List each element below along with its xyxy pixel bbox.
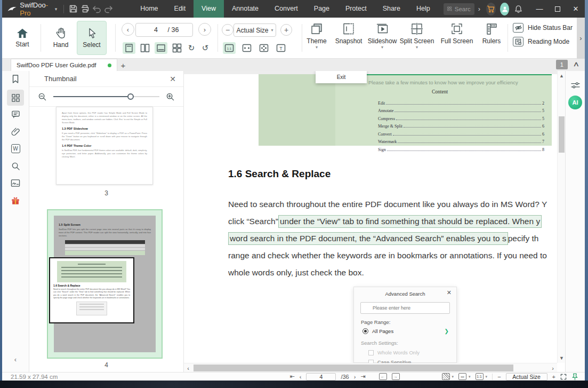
ribbon-expand-button[interactable]: › [577,18,585,59]
promotions-button[interactable] [7,193,24,209]
menu-view[interactable]: View [194,0,224,18]
previous-page-button[interactable]: ‹ [300,374,302,380]
toc-row: Convert6 [378,129,544,137]
zoom-out-magnifier-icon[interactable] [38,92,47,101]
close-panel-button[interactable]: ✕ [170,75,176,83]
slideshow-button[interactable]: Slideshow ▾ [365,22,399,55]
thumbnail-page-3[interactable]: Apart from these options, this PDF reade… [56,107,153,185]
start-button[interactable]: Start [7,21,37,55]
theme-button[interactable]: Theme ▾ [300,22,334,55]
collapse-panel-button[interactable]: ‹ [7,351,24,367]
scroll-down-icon[interactable]: ▼ [558,354,565,362]
signature-panel-button[interactable] [7,175,24,191]
first-page-button[interactable]: ⇤ [290,373,295,380]
close-button[interactable]: ✕ [567,0,585,18]
document-tab[interactable]: SwifDoo PDF User Guide.pdf [11,59,117,71]
fit-text-button[interactable]: T [275,42,287,54]
actual-size-button[interactable]: 1:1 [223,42,236,54]
vertical-scrollbar[interactable]: ▲ ▼ [557,71,565,363]
horizontal-scrollbar[interactable]: ‹ › [184,363,557,372]
reading-mode-button[interactable]: Reading Mode [513,37,573,46]
menu-protect[interactable]: Protect [337,0,375,18]
thumbnail-page-4-selected[interactable]: 1.5 Split Screen SwifDoo PDF lets you sp… [47,209,163,359]
hand-tool-button[interactable]: Hand [46,21,76,55]
brand-dropdown-icon[interactable]: ▾ [55,6,58,12]
bookmarks-panel-button[interactable] [7,71,24,87]
zoom-in-button[interactable]: + [280,24,292,36]
search-expand-chevron-icon[interactable]: › [474,5,484,13]
vertical-scroll-thumb[interactable] [559,116,565,153]
scroll-left-icon[interactable]: ‹ [184,363,192,372]
previous-page-button[interactable]: ‹ [122,23,134,36]
fit-page-button[interactable] [257,42,270,54]
menu-help[interactable]: Help [408,0,438,18]
print-button[interactable] [79,2,91,16]
full-screen-button[interactable]: Full Screen [440,22,474,55]
store-button[interactable] [486,3,496,15]
two-page-view-button[interactable] [139,42,151,54]
new-tab-button[interactable]: + [117,59,129,71]
redo-button[interactable] [102,2,114,16]
menu-annotate[interactable]: Annotate [224,0,267,18]
zoom-level-dropdown[interactable]: Actual Size ▾ [233,23,276,37]
rotate-counterclockwise-button[interactable]: ↺ [199,42,212,54]
fit-width-button[interactable] [240,42,253,54]
next-page-button[interactable]: › [198,23,211,36]
statusbar-page-input[interactable] [310,374,332,380]
fullscreen-toggle-button[interactable] [560,374,567,380]
zoom-in-button[interactable]: + [552,374,555,380]
app-logo-area[interactable]: SwifDoo-Pro ▾ [2,1,60,17]
menu-convert[interactable]: Convert [267,0,306,18]
next-page-button[interactable]: › [354,374,356,380]
toc-row: Edit2 [378,98,544,106]
scroll-up-icon[interactable]: ▲ [558,72,565,80]
scroll-right-icon[interactable]: › [549,363,557,372]
ai-assistant-button[interactable]: AI [568,96,582,109]
watermark-panel-button[interactable]: W [7,140,24,156]
properties-panel-button[interactable] [567,77,584,93]
background-style-button[interactable] [442,373,450,380]
snapshot-button[interactable]: Snapshot [332,22,366,55]
thumbnail-panel-button[interactable] [7,90,24,106]
menu-edit[interactable]: Edit [166,0,194,18]
zoom-out-button[interactable]: − [222,24,233,36]
page-display-button[interactable]: ▭ [458,373,466,380]
slider-knob[interactable] [127,93,134,100]
back-view-button[interactable]: ← [379,373,387,380]
comments-panel-button[interactable] [7,106,24,122]
four-page-view-button[interactable] [171,42,183,54]
slideshow-icon [375,22,389,36]
save-button[interactable] [67,2,79,16]
pin-statusbar-button[interactable] [571,373,578,381]
zoom-out-button[interactable]: − [497,374,501,380]
undo-button[interactable] [91,2,102,16]
split-screen-button[interactable]: Split Screen ▾ [400,22,434,55]
single-page-view-button[interactable] [123,42,135,54]
continuous-scroll-button[interactable] [155,42,167,54]
hide-status-bar-button[interactable]: Hide Status Bar [513,23,573,33]
attachments-panel-button[interactable] [7,123,24,139]
account-button[interactable] [500,3,510,15]
minimize-button[interactable]: — [530,0,549,18]
notifications-button[interactable] [513,3,523,15]
document-view[interactable]: Please take a few minutes to know how we… [184,71,565,372]
zoom-ratio-button[interactable]: 1:1 [476,373,484,380]
page-number-input[interactable] [150,26,163,34]
select-tool-button[interactable]: Select [77,21,107,55]
forward-view-button[interactable]: → [392,373,400,380]
search-panel-button[interactable] [7,158,24,174]
last-page-button[interactable]: ⇥ [360,373,365,380]
maximize-button[interactable] [549,0,567,18]
titlebar-search-box[interactable]: Searc [444,3,474,15]
menu-share[interactable]: Share [375,0,408,18]
menu-page[interactable]: Page [306,0,337,18]
rotate-clockwise-button[interactable]: ↻ [185,42,198,54]
rulers-button[interactable]: Rulers [474,22,509,55]
statusbar-zoom-dropdown[interactable]: Actual Size [506,373,547,381]
horizontal-scroll-thumb[interactable] [194,365,513,371]
menu-home[interactable]: Home [132,0,166,18]
collapse-ribbon-icon[interactable]: ᐱ [574,61,578,67]
zoom-in-magnifier-icon[interactable] [166,92,175,101]
current-view-rectangle[interactable]: 1.6 Search & Replace Need to search thro… [49,257,134,323]
thumbnail-size-slider[interactable] [53,91,159,102]
